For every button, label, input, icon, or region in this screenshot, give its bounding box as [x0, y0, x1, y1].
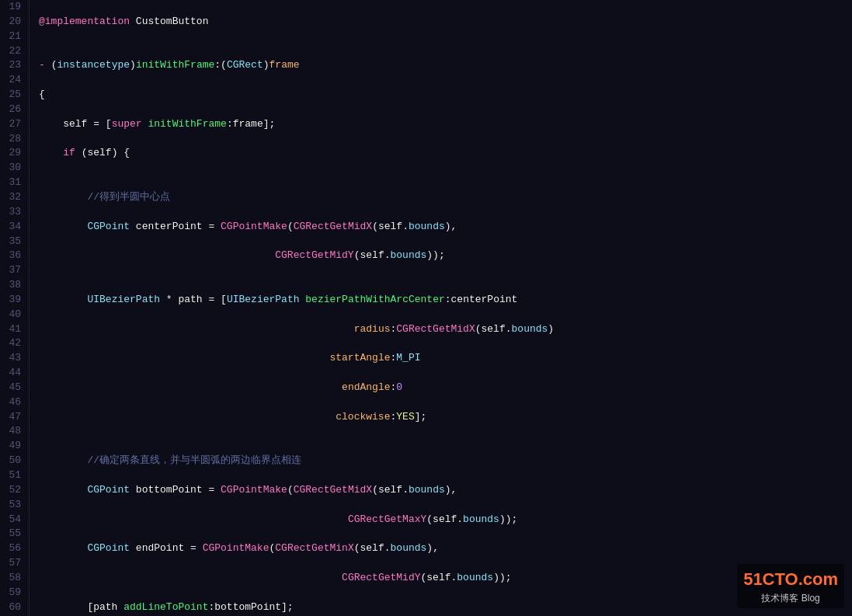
watermark-site: 51CTO.com [743, 567, 838, 592]
code-line-33: endAngle:0 [39, 381, 852, 395]
code-line-24: if (self) { [39, 146, 852, 161]
code-line-27: CGPoint centerPoint = CGPointMake(CGRect… [39, 220, 852, 235]
code-line-28: CGRectGetMidY(self.bounds)); [39, 249, 852, 263]
code-line-19: @implementation CustomButton [39, 15, 852, 30]
code-line-41: [path addLineToPoint:bottomPoint]; [39, 600, 852, 615]
code-line-38: CGRectGetMaxY(self.bounds)); [39, 513, 852, 527]
code-line-40: CGRectGetMidY(self.bounds)); [39, 571, 852, 586]
code-line-30: UIBezierPath * path = [UIBezierPath bezi… [39, 293, 852, 308]
code-line-23: self = [super initWithFrame:frame]; [39, 117, 852, 132]
code-text[interactable]: @implementation CustomButton - (instance… [30, 0, 852, 616]
code-line-39: CGPoint endPoint = CGPointMake(CGRectGet… [39, 541, 852, 556]
code-line-32: startAngle:M_PI [39, 351, 852, 366]
code-line-37: CGPoint bottomPoint = CGPointMake(CGRect… [39, 483, 852, 498]
code-line-31: radius:CGRectGetMidX(self.bounds) [39, 322, 852, 337]
watermark-sub: 技术博客 Blog [743, 592, 838, 605]
code-line-22: { [39, 88, 852, 103]
code-line-36: //确定两条直线，并与半圆弧的两边临界点相连 [39, 454, 852, 468]
watermark: 51CTO.com 技术博客 Blog [737, 564, 844, 608]
line-numbers: 19 20 21 22 23 24 25 26 27 28 29 30 31 3… [0, 0, 30, 616]
code-line-21: - (instancetype)initWithFrame:(CGRect)fr… [39, 58, 852, 73]
code-line-34: clockwise:YES]; [39, 410, 852, 425]
code-editor: 19 20 21 22 23 24 25 26 27 28 29 30 31 3… [0, 0, 852, 616]
code-line-26: //得到半圆中心点 [39, 190, 852, 205]
